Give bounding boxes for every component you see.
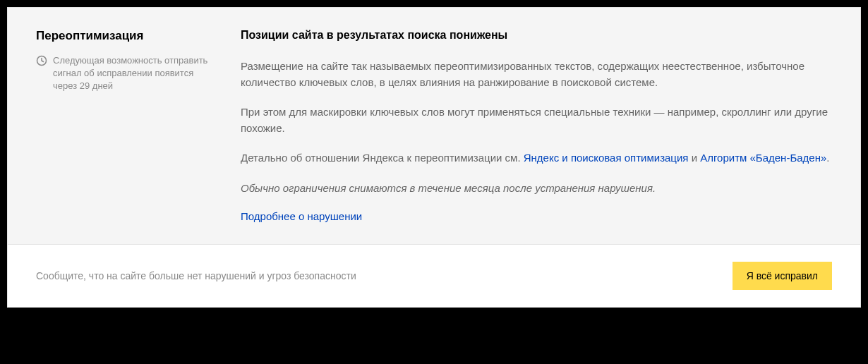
- sidebar: Переоптимизация Следующая возможность от…: [36, 29, 219, 223]
- description-paragraph-2: При этом для маскировки ключевых слов мо…: [241, 104, 832, 136]
- content-column: Позиции сайта в результатах поиска пониж…: [241, 29, 832, 223]
- main-content: Переоптимизация Следующая возможность от…: [8, 8, 860, 244]
- violation-card: Переоптимизация Следующая возможность от…: [7, 7, 861, 308]
- baden-baden-link[interactable]: Алгоритм «Баден-Баден»: [700, 152, 826, 164]
- violation-title: Переоптимизация: [36, 29, 219, 43]
- timing-note: Обычно ограничения снимаются в течение м…: [241, 181, 832, 197]
- details-link[interactable]: Подробнее о нарушении: [241, 210, 362, 222]
- status-row: Следующая возможность отправить сигнал о…: [36, 54, 219, 93]
- paragraph3-prefix: Детально об отношении Яндекса к переопти…: [241, 152, 524, 164]
- clock-icon: [36, 55, 47, 66]
- footer: Сообщите, что на сайте больше нет наруше…: [8, 244, 860, 307]
- paragraph3-suffix: .: [826, 152, 829, 164]
- paragraph3-middle: и: [688, 152, 700, 164]
- content-subtitle: Позиции сайта в результатах поиска пониж…: [241, 29, 832, 42]
- status-text: Следующая возможность отправить сигнал о…: [53, 54, 219, 93]
- description-paragraph-1: Размещение на сайте так называемых перео…: [241, 59, 832, 90]
- description-paragraph-3: Детально об отношении Яндекса к переопти…: [241, 150, 832, 166]
- fixed-button[interactable]: Я всё исправил: [733, 262, 832, 290]
- footer-hint: Сообщите, что на сайте больше нет наруше…: [36, 270, 356, 281]
- seo-link[interactable]: Яндекс и поисковая оптимизация: [524, 152, 689, 164]
